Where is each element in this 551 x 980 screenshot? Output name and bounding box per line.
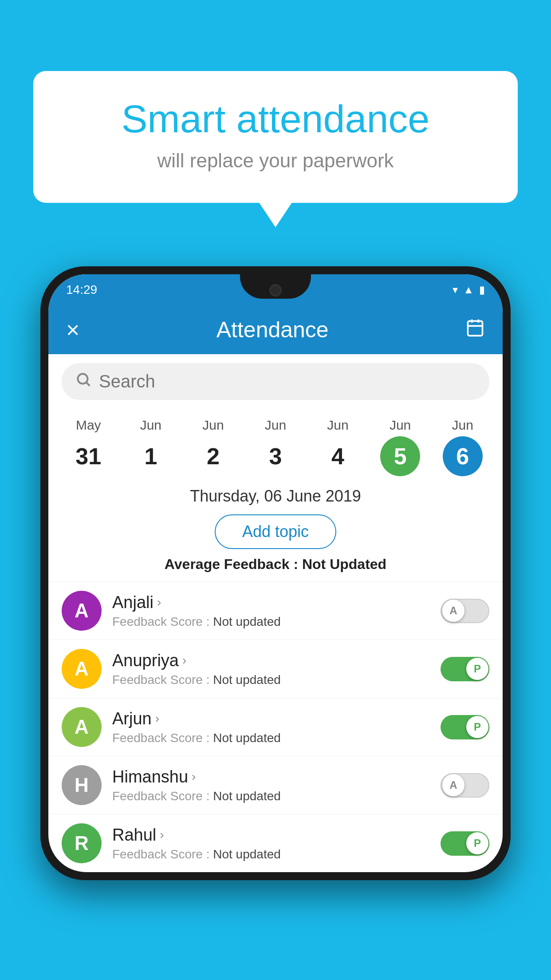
attendance-toggle[interactable]: P: [441, 657, 489, 681]
header-title: Attendance: [216, 317, 329, 343]
calendar-day[interactable]: Jun5: [380, 418, 420, 476]
toggle-knob: A: [442, 774, 464, 796]
phone-device: 14:29 ▾ ▲ ▮ × Attendance: [40, 266, 511, 880]
student-item[interactable]: AAnjali ›Feedback Score : Not updatedA: [48, 581, 503, 640]
speech-subtitle: will replace your paperwork: [69, 150, 482, 172]
cal-month-label: Jun: [390, 418, 411, 433]
wifi-icon: ▾: [453, 284, 458, 296]
cal-date-number[interactable]: 6: [443, 436, 483, 476]
chevron-right-icon: ›: [160, 828, 164, 842]
add-topic-button[interactable]: Add topic: [215, 514, 336, 549]
calendar-day[interactable]: Jun2: [193, 418, 233, 476]
student-info: Anjali ›Feedback Score : Not updated: [112, 593, 430, 629]
average-feedback: Average Feedback : Not Updated: [48, 556, 503, 573]
cal-month-label: Jun: [327, 418, 348, 433]
search-icon: [75, 371, 92, 392]
cal-date-number[interactable]: 31: [68, 436, 108, 476]
student-item[interactable]: RRahul ›Feedback Score : Not updatedP: [48, 814, 503, 872]
toggle-knob: P: [466, 832, 488, 854]
cal-month-label: May: [76, 418, 101, 433]
cal-date-number[interactable]: 2: [193, 436, 233, 476]
cal-month-label: Jun: [265, 418, 286, 433]
cal-month-label: Jun: [140, 418, 161, 433]
calendar-day[interactable]: Jun1: [131, 418, 171, 476]
cal-date-number[interactable]: 4: [318, 436, 358, 476]
app-header: × Attendance: [48, 305, 503, 354]
calendar-day[interactable]: Jun3: [256, 418, 295, 476]
calendar-day[interactable]: Jun4: [318, 418, 358, 476]
avg-feedback-label: Average Feedback :: [165, 556, 302, 572]
status-icons: ▾ ▲ ▮: [453, 284, 485, 296]
student-name: Arjun ›: [112, 709, 430, 728]
student-info: Himanshu ›Feedback Score : Not updated: [112, 767, 430, 803]
student-feedback: Feedback Score : Not updated: [112, 615, 430, 629]
battery-icon: ▮: [479, 284, 485, 296]
phone-screen: 14:29 ▾ ▲ ▮ × Attendance: [48, 274, 503, 872]
chevron-right-icon: ›: [192, 770, 196, 784]
student-avatar: A: [62, 649, 102, 689]
chevron-right-icon: ›: [157, 595, 161, 609]
student-info: Rahul ›Feedback Score : Not updated: [112, 826, 430, 861]
svg-rect-0: [468, 321, 482, 336]
camera: [269, 284, 282, 296]
student-avatar: H: [62, 765, 102, 805]
cal-date-number[interactable]: 3: [256, 436, 295, 476]
close-button[interactable]: ×: [66, 316, 79, 343]
search-bar[interactable]: [62, 363, 489, 400]
toggle-knob: A: [442, 600, 464, 622]
attendance-toggle[interactable]: P: [441, 715, 489, 739]
avg-feedback-value: Not Updated: [302, 556, 386, 572]
phone-notch: [240, 274, 311, 299]
student-feedback: Feedback Score : Not updated: [112, 847, 430, 861]
toggle-knob: P: [466, 716, 488, 738]
student-feedback: Feedback Score : Not updated: [112, 789, 430, 803]
student-name: Anupriya ›: [112, 651, 430, 670]
calendar-day[interactable]: May31: [68, 418, 108, 476]
calendar-strip: May31Jun1Jun2Jun3Jun4Jun5Jun6: [48, 409, 503, 481]
selected-date: Thursday, 06 June 2019: [48, 481, 503, 510]
cal-month-label: Jun: [202, 418, 224, 433]
cal-date-number[interactable]: 5: [380, 436, 420, 476]
status-time: 14:29: [66, 283, 97, 297]
speech-bubble: Smart attendance will replace your paper…: [33, 71, 518, 203]
calendar-day[interactable]: Jun6: [443, 418, 483, 476]
cal-month-label: Jun: [452, 418, 473, 433]
phone-outer-shell: 14:29 ▾ ▲ ▮ × Attendance: [40, 266, 511, 880]
student-name: Anjali ›: [112, 593, 430, 612]
attendance-toggle[interactable]: A: [441, 773, 489, 798]
calendar-icon[interactable]: [465, 318, 485, 342]
cal-date-number[interactable]: 1: [131, 436, 171, 476]
student-item[interactable]: AAnupriya ›Feedback Score : Not updatedP: [48, 640, 503, 698]
chevron-right-icon: ›: [155, 711, 159, 726]
student-list: AAnjali ›Feedback Score : Not updatedAAA…: [48, 581, 503, 872]
student-feedback: Feedback Score : Not updated: [112, 673, 430, 687]
toggle-knob: P: [466, 658, 488, 680]
student-name: Himanshu ›: [112, 767, 430, 786]
student-item[interactable]: HHimanshu ›Feedback Score : Not updatedA: [48, 756, 503, 814]
student-avatar: A: [62, 707, 102, 747]
search-input[interactable]: [99, 371, 476, 391]
svg-point-4: [78, 374, 87, 383]
chevron-right-icon: ›: [182, 653, 186, 668]
student-info: Arjun ›Feedback Score : Not updated: [112, 709, 430, 745]
student-name: Rahul ›: [112, 826, 430, 845]
student-item[interactable]: AArjun ›Feedback Score : Not updatedP: [48, 698, 503, 756]
speech-title: Smart attendance: [69, 98, 482, 141]
status-bar: 14:29 ▾ ▲ ▮: [48, 274, 503, 305]
svg-line-5: [87, 383, 90, 386]
student-avatar: A: [62, 591, 102, 631]
student-avatar: R: [62, 823, 102, 863]
attendance-toggle[interactable]: P: [441, 831, 489, 856]
signal-icon: ▲: [463, 284, 474, 296]
student-feedback: Feedback Score : Not updated: [112, 731, 430, 745]
student-info: Anupriya ›Feedback Score : Not updated: [112, 651, 430, 687]
attendance-toggle[interactable]: A: [441, 599, 489, 623]
